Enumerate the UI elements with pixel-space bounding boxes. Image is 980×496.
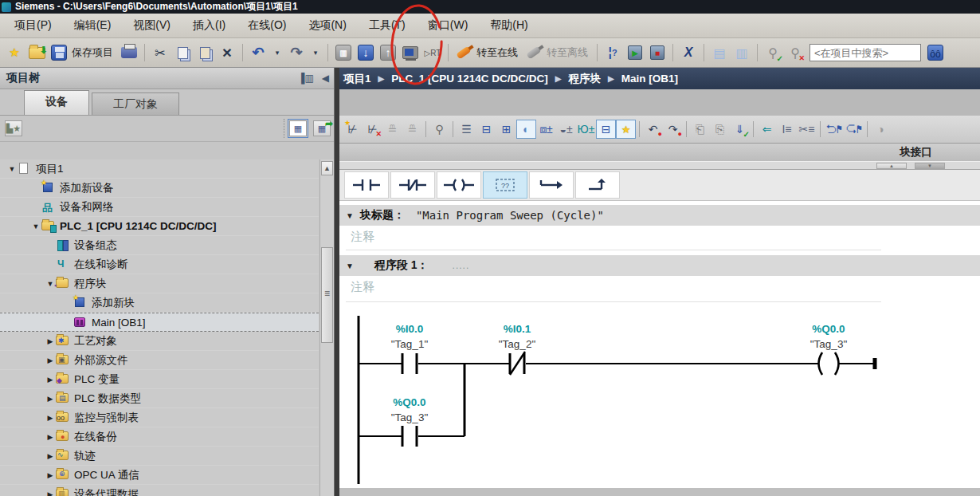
start-cpu-icon[interactable]: ▶ bbox=[625, 42, 645, 63]
coil-button[interactable] bbox=[437, 171, 481, 199]
upload-from-device-icon[interactable]: ↑ bbox=[378, 42, 398, 63]
tab-devices[interactable]: 设备 bbox=[24, 90, 89, 115]
tree-view-options-icon[interactable]: ▙★ bbox=[5, 120, 22, 136]
insert-row-icon[interactable]: ≞ bbox=[382, 120, 402, 139]
split-horizontal-icon[interactable]: ▤ bbox=[709, 42, 730, 63]
network-sequence-icon[interactable]: ☰ bbox=[457, 120, 476, 139]
open-project-icon[interactable]: ⬇ bbox=[26, 42, 47, 63]
next-bookmark-icon[interactable]: ⮎⚑ bbox=[844, 120, 864, 139]
menu-window[interactable]: 窗口(W) bbox=[417, 15, 480, 36]
insert-network-icon[interactable]: ⊬★ bbox=[343, 120, 363, 139]
collapse-arrow-icon[interactable]: ▼ bbox=[346, 211, 354, 220]
breadcrumb-project[interactable]: 项目1 bbox=[343, 72, 371, 86]
save-project-label[interactable]: 保存项目 bbox=[72, 45, 113, 60]
redo-icon[interactable]: ↷ bbox=[286, 42, 307, 63]
breadcrumb-main-ob1[interactable]: Main [OB1] bbox=[621, 73, 678, 85]
table-export-icon[interactable]: ▦➦ bbox=[313, 120, 331, 136]
tree-row-main-ob1[interactable]: Main [OB1] bbox=[0, 313, 319, 332]
search-project-icon[interactable]: ôô bbox=[925, 42, 946, 63]
toggle-comments-icon[interactable]: ◐ bbox=[516, 120, 536, 139]
menu-help[interactable]: 帮助(H) bbox=[479, 15, 539, 36]
undo-icon[interactable]: ↶ bbox=[248, 42, 269, 63]
tree-row-traces[interactable]: ▶ ∿ 轨迹 bbox=[0, 447, 319, 466]
save-project-icon[interactable] bbox=[49, 42, 69, 63]
pin-panel-icon[interactable]: ▐▥ bbox=[298, 73, 314, 84]
toggle-powerrail-icon[interactable]: ⚲ bbox=[429, 120, 449, 139]
expander-right-icon[interactable]: ▶ bbox=[45, 433, 56, 441]
nc-contact-button[interactable] bbox=[390, 171, 435, 199]
expander-right-icon[interactable]: ▶ bbox=[45, 395, 56, 403]
expander-right-icon[interactable]: ▶ bbox=[45, 452, 56, 460]
absolute-operands-icon[interactable]: ⊟ bbox=[596, 120, 616, 139]
tab-plant-objects[interactable]: 工厂对象 bbox=[92, 93, 179, 115]
expander-down-icon[interactable]: ▼ bbox=[30, 222, 41, 230]
tree-row-plc1[interactable]: ▼ PLC_1 [CPU 1214C DC/DC/DC] bbox=[0, 217, 319, 236]
cut-icon[interactable]: ✂ bbox=[150, 42, 171, 63]
start-simulation-icon[interactable] bbox=[400, 42, 421, 63]
keep-layout-icon[interactable]: ⚲✓ bbox=[762, 42, 783, 63]
split-vertical-icon[interactable]: ▥ bbox=[731, 42, 752, 63]
tree-row-online-backups[interactable]: ▶ ● 在线备份 bbox=[0, 427, 319, 447]
menu-view[interactable]: 视图(V) bbox=[122, 15, 182, 36]
box-parameters-icon[interactable]: ⧈± bbox=[536, 120, 556, 139]
expander-right-icon[interactable]: ▶ bbox=[45, 414, 56, 422]
open-branches-icon[interactable]: Ю± bbox=[576, 120, 596, 139]
breadcrumb-plc[interactable]: PLC_1 [CPU 1214C DC/DC/DC] bbox=[391, 73, 548, 85]
download-to-device-icon[interactable]: ↓ bbox=[355, 42, 376, 63]
next-error-icon[interactable]: ↷● bbox=[663, 120, 683, 139]
close-branch-button[interactable] bbox=[575, 171, 620, 199]
menu-tools[interactable]: 工具(T) bbox=[358, 15, 417, 36]
interface-expand-icon[interactable]: ▲ bbox=[876, 163, 907, 169]
new-project-icon[interactable]: ★ bbox=[4, 42, 25, 63]
redo-dropdown-icon[interactable]: ▾ bbox=[308, 42, 323, 63]
favorites-toggle-icon[interactable]: ★ bbox=[616, 120, 636, 139]
insert-comment-line-icon[interactable]: I≡ bbox=[777, 120, 797, 139]
tree-scrollbar[interactable]: ▲ bbox=[319, 159, 334, 496]
delete-icon[interactable]: ✕ bbox=[217, 42, 237, 63]
load-config-icon[interactable]: ▥ bbox=[333, 42, 354, 63]
collapse-networks-icon[interactable]: ⊞ bbox=[496, 120, 516, 139]
more-tools-icon[interactable]: ◑ bbox=[871, 120, 891, 139]
copy-icon[interactable] bbox=[172, 42, 193, 63]
hidden-parameters-icon[interactable]: ◒± bbox=[556, 120, 576, 139]
delete-row-icon[interactable]: ≞ bbox=[402, 120, 422, 139]
tree-row-technology-objects[interactable]: ▶ ✱ 工艺对象 bbox=[0, 332, 319, 351]
tree-row-add-block[interactable]: 添加新块 bbox=[0, 293, 319, 313]
delete-network-icon[interactable]: ⊬✕ bbox=[363, 120, 382, 139]
interface-splitter[interactable]: ▲ ▼ bbox=[339, 161, 980, 170]
menu-project[interactable]: 项目(P) bbox=[3, 15, 63, 36]
go-offline-label[interactable]: 转至离线 bbox=[547, 45, 588, 60]
network1-title-placeholder[interactable]: ..... bbox=[453, 260, 470, 271]
scroll-up-icon[interactable]: ▲ bbox=[321, 161, 333, 175]
menu-online[interactable]: 在线(O) bbox=[237, 15, 297, 36]
snapshot-icon[interactable]: ⎘ bbox=[710, 120, 730, 139]
previous-error-icon[interactable]: ↶● bbox=[643, 120, 663, 139]
expander-down-icon[interactable]: ▼ bbox=[6, 165, 18, 173]
previous-bookmark-icon[interactable]: ⮌⚑ bbox=[824, 120, 844, 139]
block-comment-field[interactable]: 注释 bbox=[346, 226, 881, 250]
expander-right-icon[interactable]: ▶ bbox=[45, 376, 56, 384]
tree-row-add-device[interactable]: 添加新设备 bbox=[0, 179, 319, 198]
menu-edit[interactable]: 编辑(E) bbox=[63, 15, 123, 36]
expander-right-icon[interactable]: ▶ bbox=[45, 356, 56, 364]
expander-right-icon[interactable]: ▶ bbox=[45, 471, 56, 479]
load-snapshot-icon[interactable]: ⎗ bbox=[690, 120, 710, 139]
go-online-label[interactable]: 转至在线 bbox=[476, 45, 518, 60]
undo-dropdown-icon[interactable]: ▾ bbox=[270, 42, 284, 63]
breadcrumb-program-blocks[interactable]: 程序块 bbox=[568, 72, 601, 86]
interface-collapse-icon[interactable]: ▼ bbox=[915, 163, 945, 169]
tree-row-program-blocks[interactable]: ▼ ▪ 程序块 bbox=[0, 274, 319, 293]
paste-icon[interactable] bbox=[194, 42, 215, 63]
expander-right-icon[interactable]: ▶ bbox=[45, 337, 56, 345]
tree-row-plc-tags[interactable]: ▶ ◆ PLC 变量 bbox=[0, 370, 319, 389]
stop-cpu-icon[interactable]: ■ bbox=[647, 42, 668, 63]
tree-row-device-proxy[interactable]: ▶ ▥ 设备代理数据 bbox=[0, 485, 319, 496]
tree-row-plc-datatypes[interactable]: ▶ ▤ PLC 数据类型 bbox=[0, 389, 319, 408]
tree-row-devices-networks[interactable]: 设备和网络 bbox=[0, 198, 319, 217]
scroll-thumb[interactable] bbox=[321, 247, 333, 343]
menu-insert[interactable]: 插入(I) bbox=[182, 15, 237, 36]
download-snapshot-icon[interactable]: ⇓✓ bbox=[730, 120, 750, 139]
start-runtime-icon[interactable]: ▷RT bbox=[422, 42, 443, 63]
online-diagnostics-icon[interactable]: ¦? bbox=[602, 42, 623, 63]
collapse-arrow-icon[interactable]: ▼ bbox=[346, 262, 354, 270]
